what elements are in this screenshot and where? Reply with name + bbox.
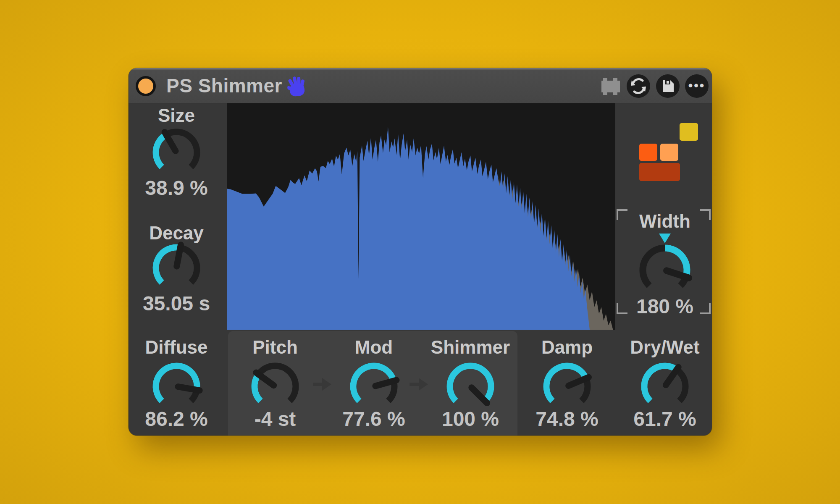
device-titlebar: PS Shimmer	[129, 68, 712, 103]
logo-rectangle-rust	[639, 163, 680, 181]
device-window: PS Shimmer	[129, 68, 712, 436]
hot-swap-icon[interactable]	[627, 74, 650, 98]
spectrum-blue-layer	[227, 127, 590, 330]
save-preset-icon[interactable]	[656, 74, 680, 98]
width-knob[interactable]	[633, 239, 696, 302]
drywet-value[interactable]: 61.7 %	[606, 407, 712, 430]
damp-knob[interactable]	[538, 357, 596, 416]
signal-flow-arrow	[313, 378, 331, 391]
drywet-label: Dry/Wet	[606, 337, 712, 358]
size-knob[interactable]	[147, 123, 206, 182]
more-dots: •••	[685, 79, 709, 93]
drywet-knob[interactable]	[635, 357, 694, 416]
device-title: PS Shimmer	[166, 68, 282, 103]
m4l-device-icon[interactable]	[601, 78, 621, 95]
shimmer-knob[interactable]	[441, 357, 500, 416]
device-power-toggle[interactable]	[136, 76, 156, 96]
width-label: Width	[606, 211, 712, 232]
width-value[interactable]: 180 %	[606, 295, 712, 318]
mod-knob[interactable]	[344, 357, 403, 416]
size-value[interactable]: 38.9 %	[129, 176, 235, 200]
logo-square-orange	[639, 144, 657, 161]
hand-icon	[286, 74, 307, 98]
decay-knob[interactable]	[147, 239, 206, 297]
logo-square-light-orange	[660, 144, 678, 161]
more-options-icon[interactable]: •••	[685, 74, 709, 98]
decay-value[interactable]: 35.05 s	[129, 292, 235, 315]
diffuse-knob[interactable]	[147, 357, 206, 416]
spectrum-display	[227, 103, 615, 330]
pitch-knob[interactable]	[246, 357, 304, 416]
signal-flow-arrow	[410, 378, 428, 391]
logo-square-yellow	[680, 123, 698, 141]
